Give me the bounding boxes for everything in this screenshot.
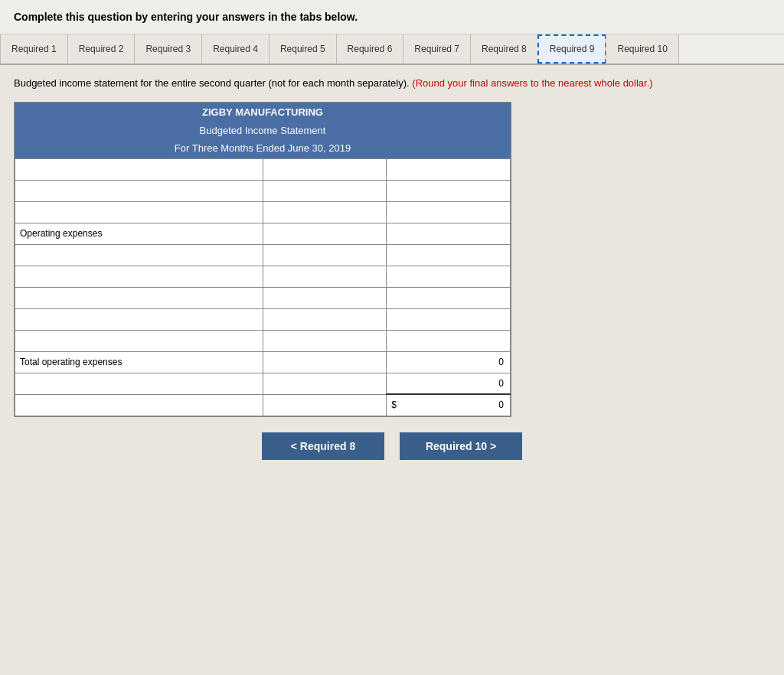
prev-button[interactable]: < Required 8 [262,432,384,460]
table-row [15,287,511,308]
amount-spacer-9 [263,373,387,394]
total-input-2[interactable] [387,180,511,201]
tab-required-10[interactable]: Required 10 [606,34,678,64]
total-operating-amount-spacer [263,351,387,373]
tab-required-6[interactable]: Required 6 [336,34,404,64]
tabs-bar: Required 1 Required 2 Required 3 Require… [0,34,784,65]
statement-table-wrapper: ZIGBY MANUFACTURING Budgeted Income Stat… [14,102,511,417]
amount-field-6[interactable] [263,288,387,308]
label-input-9[interactable] [15,373,263,394]
label-input-6[interactable] [15,287,263,308]
table-row [15,180,511,201]
table-title-1: ZIGBY MANUFACTURING [15,103,511,122]
next-button[interactable]: Required 10 > [400,432,522,460]
table-row: 0 [15,373,511,394]
total-spacer-5 [387,266,511,287]
label-field-9[interactable] [15,373,263,394]
total-field-2[interactable] [387,181,510,201]
label-input-3[interactable] [15,201,263,223]
instruction-text: Complete this question by entering your … [14,11,358,23]
tab-required-3[interactable]: Required 3 [134,34,202,64]
label-field-7[interactable] [15,309,263,330]
operating-expenses-label: Operating expenses [15,223,263,244]
amount-input-6[interactable] [263,287,387,308]
label-field-10[interactable] [15,395,263,416]
table-row [15,330,511,351]
tab-required-9[interactable]: Required 9 [537,34,607,64]
final-value: 0 [498,399,504,410]
amount-field-7[interactable] [263,309,387,330]
label-field-5[interactable] [15,266,263,287]
total-spacer-4 [387,244,511,266]
label-input-8[interactable] [15,330,263,351]
content-instruction-main: Budgeted income statement for the entire… [14,77,410,89]
total-spacer-6 [387,287,511,308]
table-row [15,266,511,287]
amount-field-2[interactable] [263,181,387,201]
label-input-2[interactable] [15,180,263,201]
total-spacer-7 [387,308,511,330]
table-row [15,244,511,266]
label-input-1[interactable] [15,158,263,180]
amount-field-4[interactable] [263,245,387,266]
tab-required-8[interactable]: Required 8 [470,34,538,64]
amount-input-7[interactable] [263,308,387,330]
total-operating-label: Total operating expenses [15,351,263,373]
page-wrapper: Complete this question by entering your … [0,0,784,675]
label-field-4[interactable] [15,245,263,266]
table-row [15,201,511,223]
label-field-2[interactable] [15,181,263,201]
label-input-4[interactable] [15,244,263,266]
nav-buttons: < Required 8 Required 10 > [14,432,770,460]
operating-expenses-row: Operating expenses [15,223,511,244]
total-input-1[interactable] [387,158,511,180]
label-field-3[interactable] [15,202,263,223]
table-row [15,308,511,330]
tab-required-4[interactable]: Required 4 [201,34,270,64]
table-title-3: For Three Months Ended June 30, 2019 [15,139,511,158]
income-statement-table: Operating expenses [15,158,511,416]
total-field-3[interactable] [387,202,510,223]
content-area: Budgeted income statement for the entire… [0,65,784,471]
tab-required-7[interactable]: Required 7 [403,34,471,64]
blank9-total: 0 [387,373,511,394]
table-title-2: Budgeted Income Statement [15,122,511,139]
amount-field-3[interactable] [263,202,387,223]
operating-expenses-amount-spacer [263,223,387,244]
tab-required-2[interactable]: Required 2 [67,34,136,64]
total-operating-value: 0 [387,351,511,373]
table-row [15,158,511,180]
content-instruction: Budgeted income statement for the entire… [14,76,770,91]
tab-required-5[interactable]: Required 5 [269,34,337,64]
amount-input-3[interactable] [263,201,387,223]
amount-input-2[interactable] [263,180,387,201]
amount-field-5[interactable] [263,266,387,287]
content-instruction-red: (Round your final answers to the nearest… [412,77,652,89]
operating-expenses-total-spacer [387,223,511,244]
tab-required-1[interactable]: Required 1 [0,34,68,64]
amount-field-1[interactable] [263,159,387,180]
total-input-3[interactable] [387,201,511,223]
label-field-8[interactable] [15,331,263,351]
total-operating-expenses-row: Total operating expenses 0 [15,351,511,373]
instruction-bar: Complete this question by entering your … [0,0,784,34]
total-field-1[interactable] [387,159,510,180]
table-row: $ 0 [15,394,511,416]
total-spacer-8 [387,330,511,351]
amount-spacer-10 [263,394,387,416]
amount-input-1[interactable] [263,158,387,180]
amount-input-8[interactable] [263,330,387,351]
label-field-6[interactable] [15,288,263,308]
final-value-cell: $ 0 [387,394,511,416]
label-input-7[interactable] [15,308,263,330]
label-input-5[interactable] [15,266,263,287]
amount-field-8[interactable] [263,331,387,351]
label-field-1[interactable] [15,159,263,180]
amount-input-4[interactable] [263,244,387,266]
amount-input-5[interactable] [263,266,387,287]
dollar-symbol: $ [391,399,397,410]
label-input-10[interactable] [15,394,263,416]
